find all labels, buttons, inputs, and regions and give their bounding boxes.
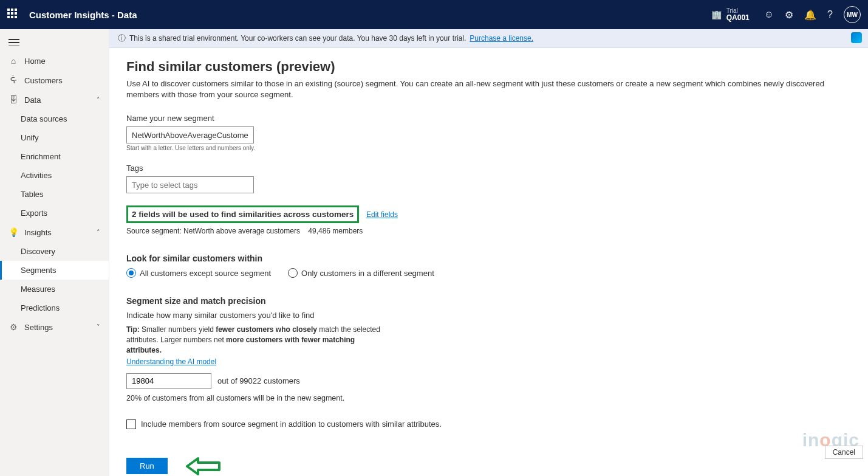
ai-model-link[interactable]: Understanding the AI model (126, 357, 216, 366)
fields-count-heading: 2 fields will be used to find similariti… (126, 205, 359, 223)
insights-icon: 💡 (9, 227, 18, 237)
sidebar-item-settings[interactable]: ⚙Settings˅ (0, 317, 109, 337)
copilot-icon[interactable] (851, 32, 862, 43)
sidebar-item-exports[interactable]: Exports (0, 204, 109, 222)
sidebar-item-unify[interactable]: Unify (0, 128, 109, 147)
sidebar-item-label: Home (24, 57, 46, 66)
name-hint: Start with a letter. Use letters and num… (126, 145, 851, 151)
sidebar-item-enrichment[interactable]: Enrichment (0, 147, 109, 166)
environment-picker[interactable]: 🏢 Trial QA001 (711, 7, 750, 22)
sidebar-item-label: Discovery (21, 247, 55, 256)
radio-label: All customers except source segment (140, 269, 271, 278)
sidebar-item-home[interactable]: ⌂Home (0, 51, 109, 71)
run-button[interactable]: Run (126, 458, 168, 474)
radio-all-except-source[interactable]: All customers except source segment (126, 268, 271, 278)
info-icon: ⓘ (118, 33, 126, 44)
chevron-up-icon: ˄ (97, 96, 100, 104)
segment-name-input[interactable] (126, 126, 254, 143)
sidebar-item-predictions[interactable]: Predictions (0, 298, 109, 317)
sidebar-item-segments[interactable]: Segments (0, 261, 109, 280)
sidebar-item-activities[interactable]: Activities (0, 166, 109, 185)
customers-icon: ᕏ (9, 75, 18, 85)
arrow-annotation (186, 456, 222, 476)
size-description: Indicate how many similar customers you'… (126, 311, 851, 320)
look-within-title: Look for similar customers within (126, 254, 851, 263)
sidebar-item-label: Segments (21, 266, 56, 275)
segment-size-input[interactable] (126, 373, 211, 389)
sidebar-item-label: Data sources (21, 114, 67, 123)
data-icon: 🗄 (9, 95, 18, 105)
sidebar-item-discovery[interactable]: Discovery (0, 242, 109, 261)
home-icon: ⌂ (9, 56, 18, 66)
cancel-button[interactable]: Cancel (825, 446, 863, 459)
out-of-text: out of 99022 customers (217, 376, 300, 385)
name-label: Name your new segment (126, 114, 851, 123)
sidebar-item-label: Insights (24, 228, 52, 237)
sidebar-item-label: Measures (21, 285, 55, 294)
sidebar-item-insights[interactable]: 💡Insights˄ (0, 222, 109, 242)
sidebar-item-label: Predictions (21, 303, 60, 312)
sidebar-item-measures[interactable]: Measures (0, 280, 109, 298)
source-segment-label: Source segment: (126, 227, 183, 235)
sidebar-item-label: Tables (21, 190, 44, 199)
avatar[interactable]: MW (844, 6, 861, 23)
radio-label: Only customers in a different segment (301, 269, 434, 278)
sidebar-item-data-sources[interactable]: Data sources (0, 109, 109, 128)
environment-icon: 🏢 (711, 10, 722, 19)
help-icon[interactable]: ? (827, 9, 833, 20)
page-title: Find similar customers (preview) (126, 59, 851, 75)
hamburger-toggle[interactable] (0, 34, 109, 51)
percent-line: 20% of customers from all customers will… (126, 394, 851, 402)
sidebar-item-label: Data (24, 95, 41, 105)
tags-label: Tags (126, 164, 851, 173)
sidebar-item-label: Customers (24, 76, 63, 85)
purchase-license-link[interactable]: Purchase a license. (470, 34, 533, 43)
chevron-down-icon: ˅ (97, 323, 100, 331)
tip-text: Tip: Smaller numbers yield fewer custome… (126, 325, 381, 355)
sidebar-item-customers[interactable]: ᕏCustomers (0, 71, 109, 90)
tags-input[interactable] (126, 176, 254, 193)
app-launcher-icon[interactable] (7, 9, 19, 21)
include-source-label: Include members from source segment in a… (141, 419, 442, 429)
sidebar-item-label: Enrichment (21, 152, 61, 161)
gear-icon: ⚙ (9, 322, 18, 332)
bell-icon[interactable]: 🔔 (804, 9, 816, 21)
sidebar: ⌂Home ᕏCustomers 🗄Data˄ Data sources Uni… (0, 29, 109, 476)
radio-icon (288, 268, 298, 278)
sidebar-item-label: Settings (24, 323, 53, 332)
gear-icon[interactable]: ⚙ (785, 9, 793, 21)
env-name: QA001 (726, 14, 750, 22)
trial-alert: ⓘ This is a shared trial environment. Yo… (109, 29, 868, 48)
source-members: 49,486 members (308, 227, 363, 235)
size-title: Segment size and match precision (126, 296, 851, 306)
alert-text: This is a shared trial environment. Your… (129, 34, 466, 43)
app-title: Customer Insights - Data (29, 10, 711, 20)
sidebar-item-tables[interactable]: Tables (0, 185, 109, 204)
edit-fields-link[interactable]: Edit fields (366, 210, 398, 219)
source-segment-name: NetWorth above average customers (183, 227, 300, 235)
sidebar-item-label: Activities (21, 171, 52, 180)
sidebar-item-label: Exports (21, 209, 47, 218)
radio-icon (126, 268, 136, 278)
radio-different-segment[interactable]: Only customers in a different segment (288, 268, 434, 278)
env-label: Trial (726, 7, 750, 14)
include-source-checkbox[interactable] (126, 419, 136, 429)
smiley-icon[interactable]: ☺ (764, 9, 774, 20)
sidebar-item-data[interactable]: 🗄Data˄ (0, 90, 109, 109)
page-description: Use AI to discover customers similar to … (126, 78, 851, 100)
chevron-up-icon: ˄ (97, 229, 100, 236)
sidebar-item-label: Unify (21, 133, 39, 142)
